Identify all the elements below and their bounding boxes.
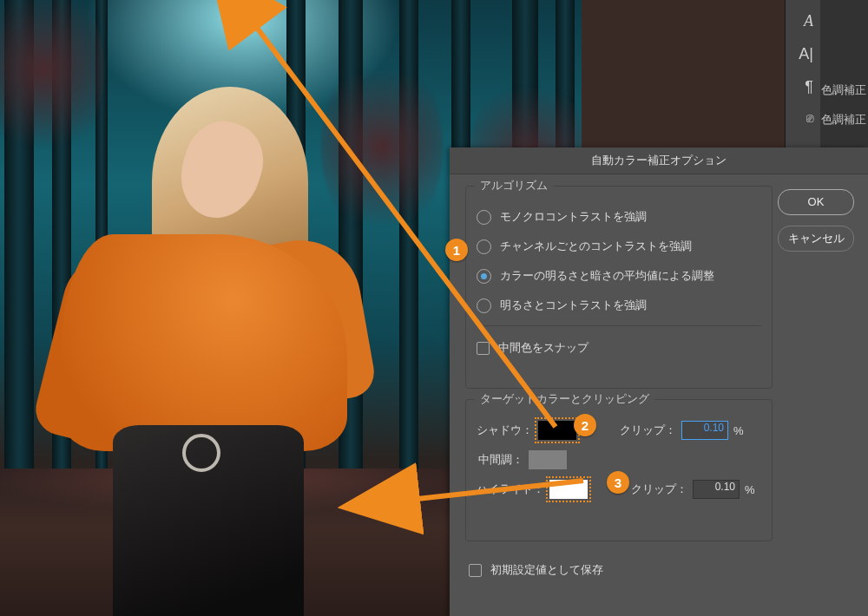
dialog-title: 自動カラー補正オプション: [450, 147, 868, 174]
shadow-label: シャドウ：: [477, 423, 533, 438]
checkbox-label: 初期設定値として保存: [490, 562, 603, 578]
radio-label: 明るさとコントラストを強調: [500, 298, 647, 313]
shadow-swatch[interactable]: [538, 421, 576, 440]
target-legend: ターゲットカラーとクリッピング: [475, 392, 654, 407]
radio-brightness-contrast[interactable]: 明るさとコントラストを強調: [477, 291, 761, 320]
radio-channel-contrast[interactable]: チャンネルごとのコントラストを強調: [477, 232, 761, 261]
annotation-badge-1: 1: [445, 239, 468, 261]
subject-person: [52, 87, 382, 616]
highlight-swatch[interactable]: [549, 480, 588, 499]
save-default-checkbox[interactable]: 初期設定値として保存: [469, 555, 603, 585]
algorithm-legend: アルゴリズム: [475, 179, 553, 193]
pilcrow-icon[interactable]: ¶: [805, 78, 813, 96]
radio-icon: [477, 210, 491, 225]
photoshop-canvas: A A| ¶ ⎚ 色調補正 色調補正 自動カラー補正オプション アルゴリズム モ…: [0, 0, 868, 616]
radio-icon: [477, 298, 491, 313]
clip-label: クリップ：: [631, 482, 687, 497]
panel-label-2[interactable]: 色調補正: [821, 113, 866, 128]
radio-dark-light-avg[interactable]: カラーの明るさと暗さの平均値による調整: [477, 261, 761, 291]
midtone-swatch[interactable]: [529, 450, 567, 469]
percent-label: %: [745, 483, 755, 496]
type-tool-icon[interactable]: A: [804, 12, 813, 30]
highlight-label: ハイライト：: [477, 482, 544, 497]
midtone-label: 中間調：: [477, 452, 523, 468]
radio-label: チャンネルごとのコントラストを強調: [500, 239, 692, 254]
checkbox-icon: [469, 564, 482, 577]
radio-icon: [477, 269, 491, 284]
clip-label: クリップ：: [620, 423, 676, 438]
checkbox-label: 中間色をスナップ: [498, 340, 589, 356]
auto-color-dialog: 自動カラー補正オプション アルゴリズム モノクロコントラストを強調 チャンネルご…: [450, 147, 868, 616]
target-clip-group: ターゲットカラーとクリッピング シャドウ： クリップ： 0.10 % 中間調： …: [465, 399, 773, 541]
panel-label-1[interactable]: 色調補正: [821, 83, 866, 98]
highlight-clip-input[interactable]: 0.10: [693, 480, 740, 499]
percent-label: %: [733, 424, 744, 437]
glyph-panel-icon[interactable]: ⎚: [806, 111, 813, 125]
radio-icon: [477, 239, 491, 254]
algorithm-group: アルゴリズム モノクロコントラストを強調 チャンネルごとのコントラストを強調 カ…: [465, 186, 773, 389]
annotation-badge-2: 2: [574, 414, 596, 436]
radio-label: モノクロコントラストを強調: [500, 209, 647, 225]
annotation-badge-3: 3: [607, 471, 629, 494]
paragraph-tool-icon[interactable]: A|: [799, 45, 813, 63]
cancel-button[interactable]: キャンセル: [778, 226, 854, 252]
snap-neutrals-checkbox[interactable]: 中間色をスナップ: [477, 333, 761, 363]
radio-mono-contrast[interactable]: モノクロコントラストを強調: [477, 202, 761, 232]
radio-label: カラーの明るさと暗さの平均値による調整: [500, 268, 714, 284]
ok-button[interactable]: OK: [778, 189, 854, 215]
checkbox-icon: [477, 342, 490, 355]
shadow-clip-input[interactable]: 0.10: [681, 421, 728, 440]
tool-strip: [785, 0, 820, 156]
